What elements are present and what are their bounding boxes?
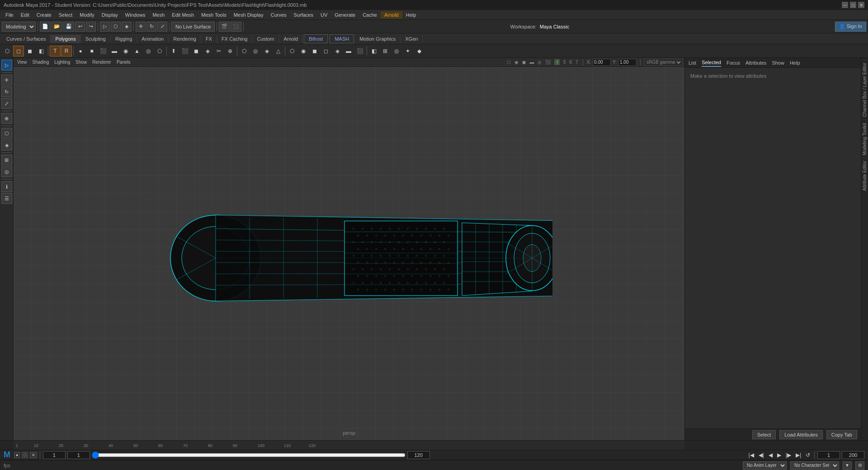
uv-editor-btn[interactable]: ⬡: [287, 46, 297, 56]
vp-icon-1[interactable]: ⬡: [507, 60, 511, 65]
vp-icon-7[interactable]: 4: [554, 59, 560, 65]
attr-load-btn[interactable]: Load Attributes: [779, 430, 822, 439]
vp-menu-shading[interactable]: Shading: [31, 60, 51, 65]
attr-tab-show[interactable]: Show: [772, 59, 784, 66]
ipr-btn[interactable]: ⬛: [231, 22, 241, 32]
fill-hole-btn[interactable]: ◎: [391, 46, 402, 56]
anim-start-input[interactable]: [817, 451, 840, 459]
attr-tab-attributes[interactable]: Attributes: [745, 59, 766, 66]
goto-end-btn[interactable]: ▶|: [794, 452, 802, 458]
separate-btn[interactable]: ◎: [250, 46, 261, 56]
save-btn[interactable]: 💾: [63, 22, 74, 32]
tab-arnold[interactable]: Arnold: [279, 35, 303, 43]
loop-btn[interactable]: ↺: [804, 452, 811, 458]
vtab-channel-box[interactable]: Channel Box / Layer Editor: [861, 60, 868, 120]
menu-select[interactable]: Select: [55, 11, 76, 19]
tab-rigging[interactable]: Rigging: [111, 35, 137, 43]
poly-torus-btn[interactable]: ◉: [120, 46, 131, 56]
play-forward-btn[interactable]: ▶: [776, 452, 783, 458]
move-btn[interactable]: ✛: [136, 22, 146, 32]
poly-cube-btn[interactable]: ■: [86, 46, 97, 56]
anim-layer-select[interactable]: No Anim Layer: [743, 461, 787, 470]
menu-modify[interactable]: Modify: [76, 11, 98, 19]
new-scene-btn[interactable]: 📄: [40, 22, 51, 32]
menu-create[interactable]: Create: [33, 11, 55, 19]
vp-icon-3[interactable]: ◼: [522, 60, 526, 65]
select-tool-left[interactable]: ▷: [1, 60, 12, 70]
char-set-menu-btn[interactable]: ▼: [843, 461, 852, 470]
menu-display[interactable]: Display: [98, 11, 122, 19]
vp-menu-view[interactable]: View: [15, 60, 29, 65]
paint-tool-left[interactable]: ◈: [1, 140, 12, 150]
booleans-btn[interactable]: ⊕: [225, 46, 236, 56]
info-left[interactable]: ℹ: [1, 181, 12, 192]
poly-cone-btn[interactable]: ▲: [132, 46, 142, 56]
character-set-select[interactable]: No Character Set: [790, 461, 839, 470]
menu-file[interactable]: File: [2, 11, 17, 19]
mode-select[interactable]: Modeling: [2, 22, 36, 32]
vp-icon-5[interactable]: ◎: [538, 60, 542, 65]
scale-btn[interactable]: ⤢: [157, 22, 167, 32]
lasso-btn[interactable]: ⬡: [111, 22, 121, 32]
smooth-btn[interactable]: ◈: [261, 46, 272, 56]
menu-edit[interactable]: Edit: [17, 11, 33, 19]
menu-help[interactable]: Help: [402, 11, 420, 19]
step-forward-btn[interactable]: |▶: [784, 452, 793, 458]
poly-plane-btn[interactable]: ▬: [109, 46, 120, 56]
maximize-button[interactable]: □: [850, 2, 856, 8]
start-frame-input[interactable]: [43, 451, 66, 459]
tab-sculpting[interactable]: Sculpting: [81, 35, 111, 43]
menu-mesh-tools[interactable]: Mesh Tools: [198, 11, 230, 19]
tab-mash[interactable]: MASH: [330, 34, 354, 43]
attr-tab-focus[interactable]: Focus: [726, 59, 740, 66]
mini-btn-3[interactable]: ✕: [30, 452, 37, 458]
menu-cache[interactable]: Cache: [359, 11, 381, 19]
vp-icon-10[interactable]: 7: [576, 60, 578, 65]
vtab-attribute-editor[interactable]: Attribute Editor: [861, 158, 868, 193]
settings-btn[interactable]: ⚙: [855, 461, 864, 470]
menu-arnold[interactable]: Arnold: [381, 11, 402, 19]
tab-rendering[interactable]: Rendering: [169, 35, 201, 43]
live-surface-btn[interactable]: No Live Surface: [171, 22, 215, 32]
vp-icon-6[interactable]: ⬛: [545, 60, 551, 65]
poly-prism-btn[interactable]: ⬡: [154, 46, 165, 56]
poly-cylinder-btn[interactable]: ⬛: [98, 46, 108, 56]
merge-btn[interactable]: ◈: [202, 46, 213, 56]
poke-btn[interactable]: ✦: [402, 46, 413, 56]
wedge-btn[interactable]: ◆: [414, 46, 425, 56]
script-editor-btn[interactable]: ●: [14, 452, 20, 458]
close-button[interactable]: ✕: [858, 2, 864, 8]
select-hierarchy-btn[interactable]: ⬡: [2, 46, 13, 56]
timeline-ruler[interactable]: 1 10 20 30 40 50 60 70 80 90 100 110 120: [14, 441, 684, 450]
menu-edit-mesh[interactable]: Edit Mesh: [168, 11, 198, 19]
select-object-btn[interactable]: ◻: [13, 46, 24, 56]
lasso-tool-left[interactable]: ⬡: [1, 128, 12, 139]
vp-menu-lighting[interactable]: Lighting: [52, 60, 72, 65]
uv-layout-btn[interactable]: ◼: [309, 46, 320, 56]
attr-tab-selected[interactable]: Selected: [702, 59, 721, 67]
vp-menu-panels[interactable]: Panels: [115, 60, 132, 65]
render-btn[interactable]: 🎬: [219, 22, 230, 32]
minimize-button[interactable]: ─: [842, 2, 848, 8]
combine-btn[interactable]: ⬡: [239, 46, 250, 56]
move-icon-btn[interactable]: T: [50, 46, 61, 56]
redo-btn[interactable]: ↪: [86, 22, 96, 32]
vtab-modeling-toolkit[interactable]: Modeling Toolkit: [861, 120, 868, 158]
current-frame-input[interactable]: [67, 451, 90, 459]
poly-sphere-btn[interactable]: ●: [75, 46, 86, 56]
snap-grid-left[interactable]: ⊞: [1, 155, 12, 165]
attr-tab-list[interactable]: List: [689, 59, 696, 66]
connect-btn[interactable]: ⊞: [380, 46, 391, 56]
extrude-btn[interactable]: ⬆: [168, 46, 179, 56]
uv-cut-btn[interactable]: ◻: [321, 46, 331, 56]
mini-btn-2[interactable]: □: [22, 452, 28, 458]
vp-icon-4[interactable]: ▬: [529, 60, 534, 65]
menu-generate[interactable]: Generate: [331, 11, 359, 19]
timeline-slider[interactable]: [92, 452, 406, 458]
attr-select-btn[interactable]: Select: [752, 430, 776, 439]
scale-tool-left[interactable]: ⤢: [1, 98, 12, 109]
menu-surfaces[interactable]: Surfaces: [290, 11, 317, 19]
vp-menu-renderer[interactable]: Renderer: [90, 60, 113, 65]
bridge-btn[interactable]: ⬛: [179, 46, 190, 56]
play-back-btn[interactable]: ◀: [767, 452, 774, 458]
